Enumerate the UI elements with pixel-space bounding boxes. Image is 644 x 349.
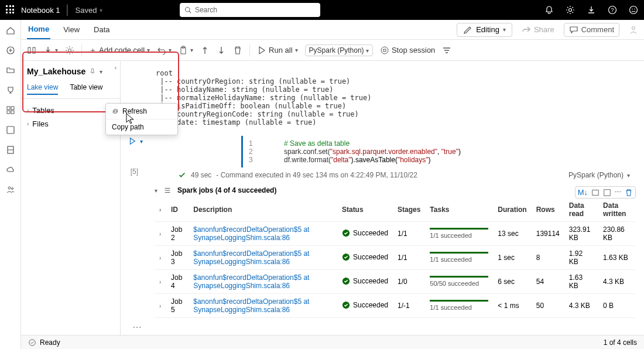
kernel-select[interactable]: PySpark (Python) ▾	[305, 45, 373, 56]
tree-tables[interactable]: ›Tables ⋯	[27, 104, 114, 117]
share-button[interactable]: Share	[522, 25, 554, 35]
svg-point-2	[568, 9, 571, 12]
editing-button[interactable]: Editing ▾	[457, 23, 512, 37]
chevron-right-icon[interactable]: ›	[159, 279, 161, 285]
comment-button[interactable]: Comment	[564, 23, 619, 37]
app-icon[interactable]	[6, 105, 15, 115]
svg-point-21	[68, 49, 71, 52]
folder-icon[interactable]	[6, 66, 15, 75]
clipboard-button[interactable]: ▾	[179, 46, 193, 55]
tab-data[interactable]: Data	[93, 20, 111, 39]
bell-icon[interactable]	[544, 5, 554, 15]
svg-rect-25	[383, 49, 386, 52]
chevron-right-icon: ›	[27, 107, 29, 114]
svg-rect-20	[33, 47, 35, 53]
trophy-icon[interactable]	[6, 85, 15, 95]
more-icon[interactable]: ⋯	[615, 189, 621, 196]
comment-icon	[569, 25, 578, 35]
collapse-sidebar-button[interactable]: ‹	[115, 64, 117, 71]
move-up-icon[interactable]	[200, 46, 210, 55]
add-icon[interactable]	[6, 46, 15, 55]
waffle-icon[interactable]	[6, 5, 15, 15]
chevron-down-icon: ▾	[100, 7, 102, 13]
table-view-tab[interactable]: Table view	[70, 83, 102, 95]
table-row: › Job 5 $anonfun$recordDeltaOperation$5 …	[155, 294, 636, 318]
svg-point-7	[634, 9, 635, 10]
svg-line-1	[189, 11, 191, 13]
notebook-title[interactable]: Notebook 1	[21, 6, 60, 15]
job-link[interactable]: $anonfun$recordDeltaOperation$5 at Synap…	[193, 225, 309, 242]
cursor-icon	[125, 112, 136, 125]
job-link[interactable]: $anonfun$recordDeltaOperation$5 at Synap…	[193, 249, 309, 266]
svg-point-17	[11, 188, 13, 190]
undo-button[interactable]: ▾	[157, 46, 172, 55]
share-icon	[522, 25, 531, 35]
ctx-copy-path[interactable]: Copy path	[106, 119, 177, 135]
svg-rect-19	[28, 47, 30, 53]
chevron-down-icon[interactable]: ▾	[100, 69, 102, 75]
check-icon	[178, 171, 186, 179]
svg-point-32	[29, 339, 36, 345]
delete-cell-icon[interactable]	[625, 189, 633, 197]
tab-home[interactable]: Home	[27, 20, 50, 39]
chevron-right-icon[interactable]: ›	[159, 207, 161, 213]
search-input[interactable]: Search	[180, 3, 320, 17]
chevron-right-icon[interactable]: ›	[159, 303, 161, 309]
spark-jobs-header[interactable]: ▾ Spark jobs (4 of 4 succeeded)	[121, 183, 644, 198]
code-cell[interactable]: ▾ 1# Save as delta table 2spark.conf.set…	[241, 136, 636, 167]
dropdown-icon[interactable]: ▾	[43, 46, 58, 55]
table-row: › Job 4 $anonfun$recordDeltaOperation$5 …	[155, 270, 636, 294]
svg-point-6	[632, 9, 633, 10]
output-icon[interactable]	[591, 189, 600, 197]
markdown-toggle[interactable]: M↓	[578, 188, 588, 197]
person-icon[interactable]	[629, 25, 638, 35]
add-code-cell-button[interactable]: ＋Add code cell▾	[89, 45, 150, 56]
expand-icon[interactable]	[603, 189, 611, 197]
chevron-down-icon: ▾	[155, 187, 157, 194]
cell-exec-count: [5]	[121, 167, 144, 176]
lake-view-tab[interactable]: Lake view	[27, 83, 58, 95]
svg-text:?: ?	[611, 7, 614, 13]
run-all-button[interactable]: Run all▾	[257, 46, 297, 55]
stop-session-button[interactable]: Stop session	[380, 46, 435, 55]
chevron-down-icon: ▾	[503, 26, 506, 33]
saved-indicator[interactable]: Saved▾	[76, 6, 103, 15]
chevron-right-icon[interactable]: ›	[159, 255, 161, 261]
schema-output: root |-- countryOrRegion: string (nullab…	[121, 61, 644, 132]
people-icon[interactable]	[6, 185, 15, 194]
toolbar: ▾ ＋Add code cell▾ ▾ ▾ Run all▾ PySpark (…	[21, 40, 644, 61]
context-menu: Refresh Copy path	[105, 103, 178, 135]
database-icon[interactable]	[6, 125, 15, 135]
ctx-refresh[interactable]: Refresh	[106, 104, 177, 119]
spark-jobs-table: › ID Description Status Stages Tasks Dur…	[155, 198, 636, 318]
tree-files[interactable]: ›Files	[27, 117, 114, 131]
cell-lang[interactable]: PySpark (Python)▾	[568, 171, 636, 179]
smile-icon[interactable]	[629, 5, 638, 15]
stop-icon	[380, 46, 389, 55]
chevron-down-icon[interactable]: ▾	[140, 138, 143, 145]
settings-gear-icon[interactable]	[65, 46, 74, 55]
table-row: › Job 2 $anonfun$recordDeltaOperation$5 …	[155, 222, 636, 246]
chevron-right-icon[interactable]: ›	[159, 231, 161, 237]
job-link[interactable]: $anonfun$recordDeltaOperation$5 at Synap…	[193, 297, 309, 314]
svg-rect-11	[7, 111, 10, 114]
pin-icon[interactable]	[89, 68, 96, 75]
gear-icon[interactable]	[566, 5, 575, 15]
home-icon[interactable]	[6, 26, 15, 35]
notebook-icon[interactable]	[6, 145, 15, 155]
svg-rect-12	[11, 111, 14, 114]
more-icon[interactable]: ⋯	[132, 321, 636, 333]
list-icon	[163, 186, 172, 194]
pencil-icon	[463, 25, 472, 35]
move-down-icon[interactable]	[217, 46, 226, 55]
filter-icon[interactable]	[442, 46, 451, 55]
download-icon[interactable]	[587, 5, 596, 15]
cloud-icon[interactable]	[6, 165, 15, 174]
columns-icon[interactable]	[27, 46, 36, 55]
delete-icon[interactable]	[233, 46, 242, 55]
tab-view[interactable]: View	[62, 20, 81, 39]
job-link[interactable]: $anonfun$recordDeltaOperation$5 at Synap…	[193, 273, 309, 290]
run-cell-icon[interactable]	[128, 137, 136, 145]
help-icon[interactable]: ?	[608, 5, 617, 15]
table-row: › Job 3 $anonfun$recordDeltaOperation$5 …	[155, 246, 636, 270]
